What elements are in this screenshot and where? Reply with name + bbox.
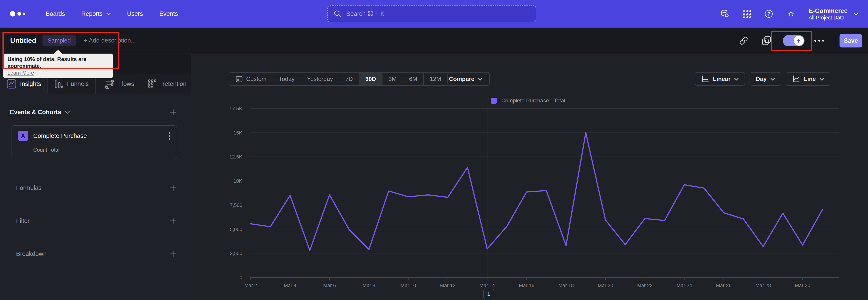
nav-item-events[interactable]: Events	[159, 10, 178, 18]
toolbar-divider	[833, 34, 833, 47]
event-series-badge: A	[18, 131, 28, 141]
data-series-line	[251, 133, 822, 250]
chevron-down-icon	[770, 78, 775, 81]
pagination-page-button[interactable]: 1	[483, 289, 494, 299]
add-to-board-icon[interactable]	[762, 36, 772, 46]
event-options-kebab[interactable]	[168, 131, 171, 141]
granularity-selector[interactable]: Day	[749, 72, 781, 86]
chevron-down-icon	[106, 12, 111, 16]
event-aggregation[interactable]: Count Total	[33, 147, 171, 153]
legend-label: Complete Purchase - Total	[501, 97, 565, 104]
section-label: Formulas	[16, 184, 41, 191]
range-yesterday[interactable]: Yesterday	[301, 72, 339, 85]
x-axis-label: Mar 12	[440, 282, 456, 288]
settings-gear-icon[interactable]	[786, 9, 796, 18]
chart-legend[interactable]: Complete Purchase - Total	[491, 97, 565, 104]
lightning-bolt-icon	[794, 36, 804, 46]
insights-icon	[6, 79, 17, 89]
x-axis-label: Mar 18	[558, 282, 574, 288]
event-name[interactable]: Complete Purchase	[33, 132, 87, 140]
tab-label: Insights	[20, 81, 41, 88]
nav-item-boards[interactable]: Boards	[46, 10, 65, 18]
section-filter: Filter	[16, 217, 177, 225]
date-range-group: CustomTodayYesterday7D30D3M6M12M	[229, 72, 447, 86]
sampled-badge[interactable]: Sampled	[42, 35, 76, 46]
x-axis-label: Mar 16	[519, 282, 534, 288]
more-options-button[interactable]	[814, 40, 824, 41]
chevron-down-icon	[854, 12, 859, 16]
data-management-icon[interactable]	[720, 9, 730, 18]
x-axis-label: Mar 6	[323, 282, 336, 288]
y-axis-label: 15K	[234, 130, 242, 136]
x-axis-label: Mar 22	[637, 282, 653, 288]
range-7d[interactable]: 7D	[339, 72, 359, 85]
x-axis-label: Mar 14	[479, 282, 495, 288]
add-breakdown-button[interactable]	[169, 250, 177, 258]
nav-item-reports[interactable]: Reports	[81, 10, 111, 18]
x-axis-label: Mar 2	[244, 282, 257, 288]
help-icon[interactable]: ?	[764, 9, 773, 18]
add-filter-button[interactable]	[169, 217, 177, 225]
chevron-down-icon	[65, 111, 70, 114]
y-axis-label: 0	[240, 275, 242, 280]
event-card[interactable]: A Complete Purchase Count Total	[11, 125, 177, 159]
project-name: E-Commerce	[809, 7, 848, 15]
chart-type-selector[interactable]: Line	[786, 72, 830, 86]
linear-scale-icon	[701, 75, 709, 83]
sidebar-sections: FormulasFilterBreakdown	[0, 184, 191, 258]
sampling-toggle[interactable]	[783, 35, 804, 46]
y-axis-label: 7,500	[230, 202, 242, 208]
toolbar-actions: Save	[739, 28, 868, 54]
project-switcher[interactable]: E-Commerce All Project Data	[809, 7, 859, 21]
x-axis-label: Mar 8	[363, 282, 375, 288]
y-axis-label: 5,000	[230, 227, 242, 232]
search-icon	[334, 10, 341, 18]
apps-grid-icon[interactable]	[743, 9, 751, 18]
legend-swatch	[491, 98, 497, 104]
add-description[interactable]: + Add description...	[84, 37, 136, 44]
x-axis-label: Mar 20	[598, 282, 613, 288]
x-axis-label: Mar 10	[401, 282, 416, 288]
calendar-icon	[235, 75, 243, 83]
report-toolbar: Untitled Sampled + Add description... Sa…	[0, 28, 868, 54]
compare-button[interactable]: Compare	[442, 72, 490, 86]
chart-panel: CustomTodayYesterday7D30D3M6M12M Compare…	[191, 54, 868, 300]
chevron-down-icon	[478, 78, 483, 81]
search-input[interactable]: Search ⌘ + K	[327, 5, 536, 22]
tab-label: Funnels	[67, 81, 89, 88]
events-cohorts-label[interactable]: Events & Cohorts	[10, 109, 70, 116]
x-axis-label: Mar 24	[677, 282, 692, 288]
copy-link-icon[interactable]	[739, 36, 748, 46]
chart-controls: CustomTodayYesterday7D30D3M6M12M Compare…	[191, 72, 868, 86]
range-today[interactable]: Today	[273, 72, 301, 85]
tab-label: Retention	[160, 81, 186, 88]
report-title[interactable]: Untitled	[10, 37, 36, 45]
range-custom[interactable]: Custom	[229, 72, 273, 85]
nav-items: BoardsReportsUsersEvents	[46, 10, 178, 18]
section-label: Breakdown	[16, 250, 46, 258]
range-6m[interactable]: 6M	[403, 72, 424, 85]
section-breakdown: Breakdown	[16, 250, 177, 258]
save-button[interactable]: Save	[839, 34, 862, 48]
add-formulas-button[interactable]	[169, 184, 177, 192]
x-axis-label: Mar 26	[716, 282, 732, 288]
tab-retention[interactable]: Retention	[143, 74, 191, 94]
y-axis-label: 12.5K	[229, 154, 243, 160]
line-chart[interactable]: 02,5005,0007,50010K12.5K15K17.5KMar 2Mar…	[226, 106, 841, 298]
navbar-right: ? E-Commerce All Project Data	[720, 0, 868, 28]
y-axis-label: 10K	[234, 178, 242, 184]
svg-text:?: ?	[767, 11, 770, 17]
range-30d[interactable]: 30D	[359, 72, 382, 85]
events-cohorts-header: Events & Cohorts	[10, 108, 177, 116]
scale-selector[interactable]: Linear	[695, 72, 745, 86]
mixpanel-logo-icon[interactable]	[10, 11, 35, 17]
learn-more-link[interactable]: Learn More	[7, 70, 34, 76]
sampling-tooltip: Using 10% of data. Results are approxima…	[3, 54, 113, 78]
query-builder-sidebar: InsightsFunnelsFlowsRetention Events & C…	[0, 54, 191, 300]
range-3m[interactable]: 3M	[382, 72, 403, 85]
flows-icon	[104, 79, 115, 89]
nav-item-users[interactable]: Users	[127, 10, 143, 18]
add-event-button[interactable]	[169, 108, 177, 116]
tab-label: Flows	[118, 81, 134, 88]
search-placeholder: Search ⌘ + K	[346, 10, 384, 18]
